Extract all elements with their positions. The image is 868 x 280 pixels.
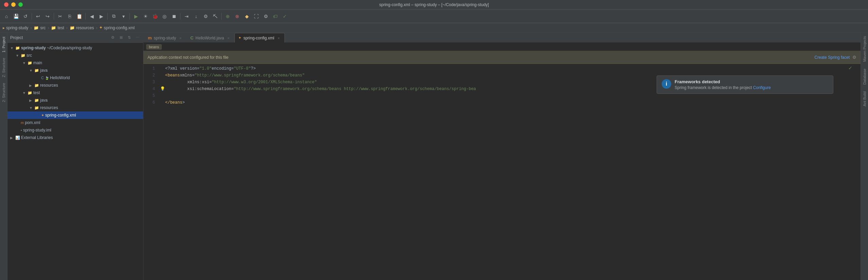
breadcrumb-xml[interactable]: ✦ spring-config.xml [99,25,135,30]
step-into-icon[interactable]: ↓ [192,12,201,21]
redo-icon[interactable]: ↪ [43,12,52,21]
create-spring-facet-link[interactable]: Create Spring facet [815,55,850,60]
breadcrumb-src[interactable]: 📁 src [34,25,46,30]
breadcrumb-xml-label: spring-config.xml [104,25,135,30]
tree-item-main[interactable]: ▼ 📁 main [7,59,143,67]
debug-icon[interactable]: 🐞 [151,12,159,21]
code-line-1: <?xml version="1.0" encoding="UTF-8"?> [160,65,858,72]
ext-libs-icon: 📊 [15,136,20,140]
tools-icon[interactable]: ⛏ [211,12,220,21]
gutter-6 [160,99,165,106]
sort-icon[interactable]: ⇅ [126,35,132,41]
sidebar-header: Project ⚙ ⊞ ⇅ ⋯ [7,33,143,43]
remove-icon[interactable]: ⊗ [233,12,242,21]
run-coverage-icon[interactable]: ◎ [160,12,169,21]
settings-gear-icon[interactable]: ⚙ [110,35,116,41]
tab-maven-close[interactable]: × [178,36,183,40]
left-panel-structure-z[interactable]: Z: Structure [1,55,6,80]
bookmark-icon[interactable]: ◆ [242,12,251,21]
undo-icon[interactable]: ↩ [34,12,42,21]
configure-link[interactable]: Configure [753,85,771,90]
tab-bar: m spring-study × C HelloWorld.java × ✦ s… [143,33,861,43]
breadcrumb-resources-label: resources [76,25,94,30]
tree-item-spring-study[interactable]: ▼ 📁 spring-study ~/Code/java/spring-stud… [7,44,143,52]
folder-icon-java: 📁 [34,68,39,73]
tree-item-helloworld[interactable]: ▶ C 🍃 HelloWorld [7,74,143,82]
diff-icon[interactable]: ⧉ [109,12,118,21]
sep5 [129,13,130,20]
framework-desc: Spring framework is detected in the proj… [675,85,828,90]
cut-icon[interactable]: ✂ [56,12,65,21]
maximize-button[interactable] [18,2,23,7]
breadcrumb-test-label: test [57,25,64,30]
back-icon[interactable]: ◀ [87,12,96,21]
tree-item-java-test[interactable]: ▶ 📁 java [7,97,143,104]
tag-icon[interactable]: 🏷 [271,12,280,21]
folder-icon-main: 📁 [28,61,32,65]
window-title: spring-config.xml – spring-study – [~/Co… [379,2,489,7]
tree-item-src[interactable]: ▼ 📁 src [7,52,143,59]
tree-item-resources-test[interactable]: ▼ 📁 resources [7,104,143,111]
config2-icon[interactable]: ⚙ [201,12,210,21]
add-icon[interactable]: ⊕ [223,12,232,21]
breadcrumb-resources[interactable]: 📁 resources [70,25,94,30]
paste-icon[interactable]: 📋 [75,12,84,21]
forward-icon[interactable]: ▶ [97,12,106,21]
find-icon[interactable]: ⛶ [252,12,261,21]
step-over-icon[interactable]: ⇥ [182,12,191,21]
tab-springxml-close[interactable]: × [276,36,281,40]
sync-icon[interactable]: ↺ [21,12,30,21]
tree-item-test[interactable]: ▼ 📁 test [7,89,143,97]
panel-title: Project [10,35,108,40]
tab-hello-close[interactable]: × [226,36,231,40]
editor-content[interactable]: 1 2 3 4 5 6 <?xml version="1.0" encoding… [143,64,861,280]
sep2: › [48,25,49,30]
gutter-2 [160,72,165,79]
sep: › [30,25,32,30]
bulb-icon[interactable]: 💡 [160,86,165,92]
close-button[interactable] [4,2,8,7]
code-line-6: </beans> [160,99,858,106]
dropdown-icon[interactable]: ▾ [119,12,128,21]
xml-file-icon: ✦ [99,25,102,30]
tab-springxml[interactable]: ✦ spring-config.xml × [235,33,285,42]
left-panel-project[interactable]: 1: Project [1,34,6,55]
right-panel-maven[interactable]: Maven Projects [863,33,867,65]
test-folder-icon: 📁 [51,25,56,30]
notification-gear-icon[interactable]: ⚙ [852,55,856,60]
stop-icon[interactable]: ⏹ [170,12,178,21]
tree-item-resources-main[interactable]: ▶ 📁 resources [7,82,143,89]
traffic-lights [4,2,23,7]
copy-icon[interactable]: ⎘ [65,12,74,21]
gutter-check-icon: ✓ [848,65,852,71]
collapse-icon[interactable]: ⊞ [118,35,124,41]
settings-icon[interactable]: ⚙ [261,12,270,21]
run-config-icon[interactable]: ☀ [141,12,150,21]
tab-hello[interactable]: C HelloWorld.java × [187,33,235,42]
tab-maven[interactable]: m spring-study × [144,33,187,42]
minimize-button[interactable] [11,2,16,7]
notification-bar: Application context not configured for t… [143,51,861,64]
folder-icon: 📁 [15,46,20,50]
sidebar: Project ⚙ ⊞ ⇅ ⋯ ▼ 📁 spring-study ~/Code/… [7,33,143,280]
left-panel-structure-2[interactable]: 2: Structure [1,80,6,105]
sep6 [180,13,180,20]
filter-icon[interactable]: ⋯ [134,35,140,41]
tree-item-java-main[interactable]: ▼ 📁 java [7,67,143,74]
home-icon[interactable]: ⌂ [2,12,11,21]
save-icon[interactable]: 💾 [12,12,20,21]
sep2 [54,13,54,20]
breadcrumb-test[interactable]: 📁 test [51,25,64,30]
tree-item-spring-config[interactable]: ▶ ✦ spring-config.xml [7,111,143,119]
folder-icon-resources-test: 📁 [34,106,39,110]
check-icon[interactable]: ✓ [280,12,289,21]
right-panel-database[interactable]: Database [863,65,867,88]
tree-item-ext-libs[interactable]: ▶ 📊 External Libraries [7,134,143,141]
tree-item-pom[interactable]: ▶ m pom.xml [7,119,143,126]
right-panel-ant[interactable]: Ant Build [863,88,867,110]
breadcrumb-project[interactable]: ▸ spring-study [3,25,28,30]
tab-hello-label: HelloWorld.java [195,36,224,40]
run-icon[interactable]: ▶ [132,12,140,21]
tree-item-iml[interactable]: ▶ ▪ spring-study.iml [7,126,143,134]
code-area[interactable]: <?xml version="1.0" encoding="UTF-8"?> <… [157,64,861,280]
